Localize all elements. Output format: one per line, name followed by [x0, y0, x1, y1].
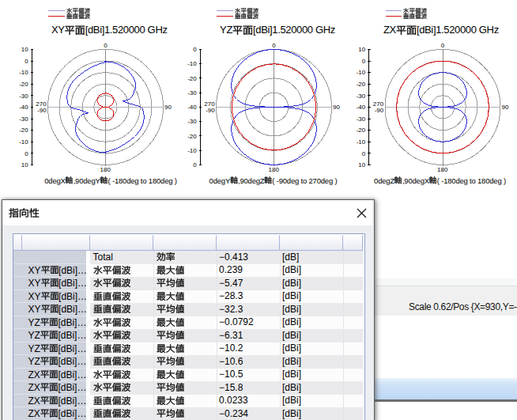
svg-text:-20: -20: [187, 133, 197, 140]
svg-text:180: 180: [100, 166, 111, 173]
svg-text:90: 90: [502, 104, 509, 111]
svg-text:10: 10: [358, 161, 365, 168]
svg-text:-30: -30: [187, 89, 197, 96]
svg-text:-90: -90: [37, 107, 47, 114]
svg-text:10: 10: [21, 161, 28, 168]
svg-text:0: 0: [193, 161, 197, 168]
svg-text:-40: -40: [187, 104, 197, 111]
svg-text:180: 180: [269, 166, 280, 173]
svg-text:-30: -30: [357, 115, 366, 123]
svg-text:-10: -10: [19, 69, 28, 76]
svg-text:-90: -90: [375, 107, 384, 114]
svg-text:-90: -90: [206, 107, 215, 114]
svg-text:-20: -20: [187, 75, 197, 82]
svg-text:-20: -20: [19, 127, 28, 134]
svg-text:-40: -40: [357, 104, 366, 111]
svg-text:0: 0: [193, 46, 197, 53]
svg-text:0: 0: [362, 58, 366, 65]
svg-text:0: 0: [25, 58, 28, 65]
svg-text:-20: -20: [357, 127, 366, 134]
svg-text:180: 180: [437, 166, 448, 173]
svg-text:-20: -20: [19, 81, 28, 88]
svg-text:-20: -20: [357, 81, 366, 88]
svg-text:-10: -10: [357, 138, 366, 146]
svg-text:0: 0: [441, 42, 445, 49]
svg-text:-30: -30: [19, 115, 28, 123]
svg-text:90: 90: [164, 104, 172, 111]
svg-text:0: 0: [25, 150, 28, 157]
svg-text:-10: -10: [19, 138, 28, 146]
svg-text:10: 10: [358, 46, 365, 53]
svg-text:10: 10: [21, 46, 28, 53]
svg-text:-10: -10: [187, 60, 197, 67]
svg-text:0: 0: [272, 42, 276, 49]
svg-text:-10: -10: [187, 147, 197, 154]
svg-text:-10: -10: [357, 69, 366, 76]
svg-text:-40: -40: [19, 104, 28, 111]
svg-text:0: 0: [104, 42, 108, 49]
svg-text:-30: -30: [357, 93, 366, 100]
svg-text:-30: -30: [19, 93, 28, 100]
svg-text:90: 90: [333, 104, 340, 111]
svg-text:0: 0: [362, 150, 366, 157]
svg-text:-30: -30: [187, 118, 197, 125]
